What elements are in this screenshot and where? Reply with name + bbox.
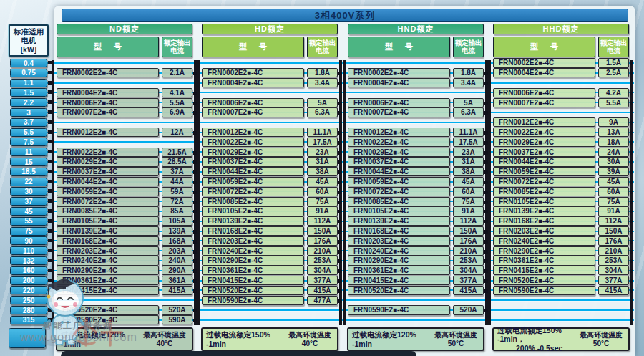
model-row: FRN0105E2■-4C91A — [348, 206, 484, 216]
model-cell: FRN0072E2■-4C — [348, 187, 450, 196]
model-row: FRN0002E2■-4C1.5A — [493, 58, 629, 67]
model-cell: FRN0105E2■-4C — [493, 197, 595, 206]
model-row: FRN0240E2■-4C210A — [202, 246, 338, 256]
note-right: 最高环境温度40°C — [284, 331, 337, 347]
model-cell: FRN0290E2■-4C — [57, 266, 159, 275]
model-row: FRN0168E2■-4C112A — [493, 216, 629, 226]
current-cell: 5.5A — [598, 98, 629, 107]
model-row: FRN0012E2■-4C11.1A — [202, 128, 338, 137]
model-cell: FRN0361E2■-4C — [493, 256, 595, 265]
model-cell: FRN0022E2■-4C — [202, 138, 304, 147]
model-row: FRN0059E2■-4C39A — [493, 167, 629, 176]
current-cell: 112A — [307, 216, 338, 226]
next-section-edge — [61, 351, 416, 356]
current-cell: 477A — [307, 296, 338, 305]
current-cell: 112A — [598, 216, 629, 226]
kw-cell: 15 — [10, 158, 47, 166]
current-cell: 112A — [453, 216, 484, 226]
kw-cell: 3 — [10, 108, 47, 117]
model-cell: FRN0168E2■-4C — [348, 226, 450, 236]
model-row: FRN0007E2■-4C6.9A — [57, 107, 192, 117]
model-row: FRN0240E2■-4C240A — [57, 256, 192, 265]
model-cell: FRN0059E2■-4C — [57, 187, 159, 196]
current-cell: 520A — [453, 305, 484, 314]
model-row: FRN0029E2■-4C18A — [493, 138, 629, 147]
current-cell: 150A — [307, 226, 338, 236]
model-row: FRN0006E2■-4C5A — [202, 98, 338, 107]
current-cell: 105A — [162, 216, 192, 226]
model-cell: FRN0004E2■-4C — [202, 78, 304, 87]
current-col-header-line2: 电流 — [170, 47, 184, 54]
model-cell: FRN0044E2■-4C — [57, 177, 159, 186]
current-cell: 2.5A — [598, 68, 629, 77]
current-cell: 23A — [453, 148, 484, 157]
current-cell: 210A — [453, 246, 484, 256]
current-cell: 139A — [162, 226, 192, 236]
kw-cell: 45 — [10, 207, 47, 216]
current-cell: 75A — [307, 197, 338, 206]
model-row: FRN0004E2■-4C3.4A — [348, 78, 484, 87]
model-row: FRN0105E2■-4C105A — [57, 216, 192, 226]
current-cell: 30A — [598, 157, 629, 166]
current-col-header: 额定输出电流 — [453, 37, 484, 57]
motor-kw-header: 标准适用 电机 [kW] — [9, 24, 49, 57]
model-cell: FRN0290E2■-4C — [493, 246, 595, 256]
current-cell: 1.8A — [307, 68, 338, 77]
kw-cell: 0.4 — [10, 59, 47, 67]
rating-column-header-nd: ND额定 — [57, 24, 192, 34]
model-cell: FRN0520E2■-4C — [348, 286, 450, 295]
current-cell: 45A — [598, 177, 629, 186]
current-cell: 415A — [598, 286, 629, 295]
current-cell: 520A — [162, 305, 192, 314]
model-row: FRN0006E2■-4C4.2A — [493, 88, 629, 97]
kw-cell: 1.1 — [10, 79, 47, 87]
kw-cell: 55 — [10, 217, 47, 226]
model-cell: FRN0085E2■-4C — [348, 197, 450, 206]
model-cell: FRN0361E2■-4C — [202, 266, 304, 275]
note-left: 过载电流额定150% -1min，200% -0.5sec — [494, 326, 575, 352]
current-cell: 38A — [307, 167, 338, 176]
current-col-header: 额定输出电流 — [307, 37, 338, 57]
model-cell: FRN0012E2■-4C — [57, 128, 159, 137]
current-cell: 304A — [307, 266, 338, 275]
model-row: FRN0004E2■-4C2.5A — [493, 68, 629, 77]
model-row: FRN0105E2■-4C75A — [493, 197, 629, 206]
model-cell: FRN0520E2■-4C — [202, 286, 304, 295]
note-right-line: 40°C — [139, 340, 190, 348]
current-cell: 415A — [307, 286, 338, 295]
current-cell: 253A — [598, 256, 629, 265]
model-row: FRN0290E2■-4C210A — [493, 246, 629, 256]
note-left-line: 200% -0.5sec — [497, 344, 575, 352]
model-row: FRN0590E2■-4C520A — [348, 305, 484, 314]
model-row: FRN0290E2■-4C253A — [202, 256, 338, 265]
current-cell: 210A — [598, 246, 629, 256]
model-row: FRN0044E2■-4C38A — [348, 167, 484, 176]
current-cell: 9A — [598, 117, 629, 127]
model-row: FRN0240E2■-4C176A — [493, 236, 629, 246]
current-cell: 17.5A — [453, 138, 484, 147]
model-cell: FRN0590E2■-4C — [202, 296, 304, 305]
current-cell: 1.8A — [453, 68, 484, 77]
model-row: FRN0029E2■-4C23A — [348, 148, 484, 157]
kw-cell: 5.5 — [10, 128, 47, 137]
model-row: FRN0002E2■-4C1.8A — [348, 68, 484, 77]
model-row: FRN0072E2■-4C60A — [202, 187, 338, 196]
kw-cell: 90 — [10, 236, 47, 245]
model-cell: FRN0203E2■-4C — [493, 226, 595, 236]
note-left: 过载电流额定150% -1min — [203, 330, 284, 347]
motor-header-line3: [kW] — [21, 45, 37, 54]
model-row: FRN0168E2■-4C150A — [202, 226, 338, 236]
kw-cell: 2.2 — [10, 98, 47, 107]
model-cell: FRN0085E2■-4C — [202, 197, 304, 206]
current-cell: 304A — [453, 266, 484, 275]
motor-header-line1: 标准适用 — [14, 27, 44, 37]
note-right-line: 最高环境温度 — [284, 331, 336, 340]
kw-cell: 22 — [10, 178, 47, 186]
current-cell: 31A — [307, 157, 338, 166]
model-row: FRN0240E2■-4C210A — [348, 246, 484, 256]
model-cell: FRN0415E2■-4C — [493, 266, 595, 275]
current-cell: 44A — [162, 177, 192, 186]
current-cell: 150A — [598, 226, 629, 236]
model-row: FRN0361E2■-4C304A — [348, 266, 484, 275]
kw-cell: 37 — [10, 197, 47, 206]
